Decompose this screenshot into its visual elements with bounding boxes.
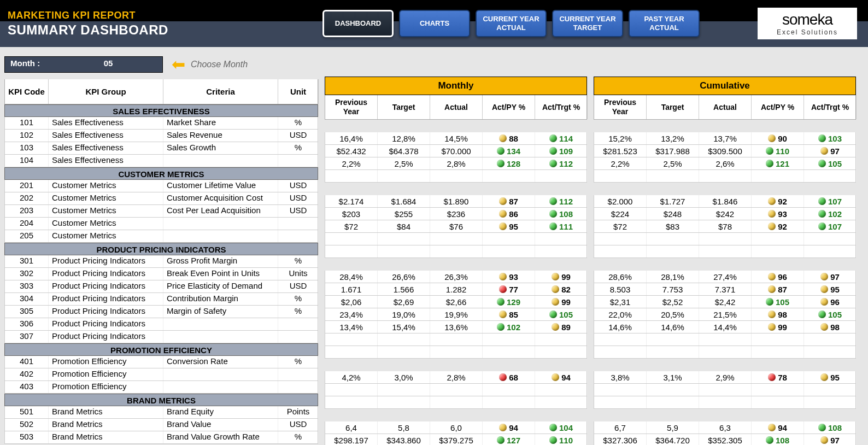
indicator-value: 97 [830,272,840,282]
group-spacer [325,359,587,371]
cell-group: Customer Metrics [49,180,163,192]
kpi-row: 202 Customer Metrics Customer Acquisitio… [4,192,318,205]
indicator-value: 86 [509,209,518,219]
cell-criteria [163,155,278,167]
cell-actual: 2,8% [430,157,483,169]
data-row: $2.174 $1.684 $1.890 87 112 [325,195,587,208]
kpi-row: 101 Sales Effectiveness Market Share % [4,117,318,130]
cell-group: Product Pricing Indicators [49,331,163,343]
cell-group: Product Pricing Indicators [49,268,163,280]
cell-prev-year: 8.503 [594,283,647,295]
cell-prev-year: $224 [594,208,647,220]
kpi-row: 503 Brand Metrics Brand Value Growth Rat… [4,431,318,444]
cell-actual: 13,7% [699,132,752,144]
month-selector[interactable]: Month : 05 [4,56,163,73]
indicator-icon [497,298,505,306]
charts-button[interactable]: CHARTS [399,10,470,37]
header-unit: Unit [278,79,319,104]
indicator-icon [818,210,826,218]
indicator-icon [499,373,507,381]
indicator-value: 107 [828,197,842,206]
cy-target-button[interactable]: CURRENT YEAR TARGET [552,10,623,37]
cell-group: Promotion Efficiency [49,381,163,393]
cell-prev-year: $298.197 [325,434,378,445]
group-header: BRAND METRICS [4,394,318,406]
indicator-icon [768,424,776,431]
cell-unit: % [278,255,319,267]
data-row [594,346,856,359]
indicator-icon [820,273,828,280]
logo: someka Excel Solutions [758,8,857,39]
cell-target: 20,5% [647,308,699,320]
cell-group: Sales Effectiveness [49,117,163,129]
indicator-value: 102 [507,323,520,332]
month-value: 05 [54,57,162,72]
cell-actual: 2,6% [699,157,752,169]
cell-unit [278,381,319,393]
cell-actual: $1.846 [699,195,752,207]
cell-criteria [163,318,278,330]
indicator-value: 89 [561,323,571,332]
indicator-icon [549,134,557,142]
py-actual-button[interactable]: PAST YEAR ACTUAL [629,10,700,37]
indicator-icon [499,222,507,230]
indicator-value: 78 [778,373,787,382]
indicator-icon [497,436,505,444]
data-row [594,384,856,396]
indicator-value: 95 [830,373,840,382]
indicator-icon [549,160,557,167]
topbar: MARKETING KPI REPORT SUMMARY DASHBOARD D… [0,0,868,47]
data-row: 16,4% 12,8% 14,5% 88 114 [325,132,587,145]
cell-code: 503 [5,431,49,443]
group-header: PRODUCT PRICING INDICATORS [4,243,318,255]
kpi-row: 103 Sales Effectiveness Sales Growth % [4,142,318,155]
data-row: 15,2% 13,2% 13,7% 90 103 [594,132,856,145]
cell-prev-year: $2,06 [325,296,378,308]
indicator-icon [549,424,557,431]
logo-subtext: Excel Solutions [777,28,838,36]
cy-actual-button[interactable]: CURRENT YEAR ACTUAL [476,10,547,37]
cell-actual: $1.890 [430,195,483,207]
cell-code: 203 [5,205,49,217]
group-spacer [594,359,856,371]
data-row: $72 $83 $78 92 107 [594,220,856,233]
kpi-row: 301 Product Pricing Indicators Gross Pro… [4,255,318,268]
cell-prev-year: 16,4% [325,132,378,144]
indicator-value: 105 [828,159,842,168]
group-spacer [325,258,587,271]
indicator-value: 127 [507,436,520,445]
cell-code: 403 [5,381,49,393]
cumulative-column-headers: Previous Year Target Actual Act/PY % Act… [594,95,856,120]
indicator-icon [768,222,776,230]
data-row: 6,7 5,9 6,3 94 108 [594,421,856,434]
cell-code: 102 [5,130,49,142]
cell-code: 104 [5,155,49,167]
data-row: 14,6% 14,6% 14,4% 99 98 [594,321,856,333]
indicator-icon [818,311,826,318]
cell-actual: 27,4% [699,271,752,283]
indicator-value: 98 [778,310,787,319]
indicator-value: 95 [830,285,840,294]
kpi-row: 307 Product Pricing Indicators [4,331,318,343]
indicator-icon [552,323,559,331]
cell-actual: 6,0 [430,421,483,434]
cell-group: Brand Metrics [49,419,163,431]
cell-actual: $379.275 [430,434,483,445]
data-row [594,396,856,409]
header-criteria: Criteria [163,79,278,104]
cell-target: 7.753 [647,283,699,295]
data-row: $224 $248 $242 93 102 [594,208,856,220]
cell-unit: % [278,306,319,318]
cell-criteria: Margin of Safety [163,306,278,318]
cell-target: $2,52 [647,296,699,308]
cell-unit: USD [278,280,319,292]
cell-group: Product Pricing Indicators [49,293,163,305]
cell-unit [278,218,319,230]
dashboard-button[interactable]: DASHBOARD [322,10,394,37]
cell-criteria: Brand Equity [163,406,278,418]
indicator-value: 109 [559,147,573,156]
cell-prev-year: $281.523 [594,145,647,157]
cell-prev-year: $52.432 [325,145,378,157]
cell-prev-year: 28,4% [325,271,378,283]
cell-actual: $76 [430,220,483,232]
